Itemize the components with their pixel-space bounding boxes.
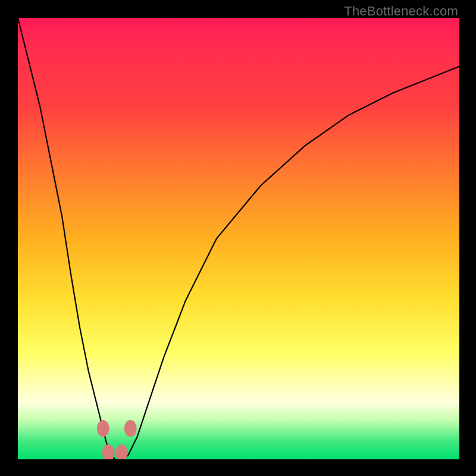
marker-dot [102,444,115,459]
bottleneck-curve [18,18,459,459]
chart-container: TheBottleneck.com [0,0,476,476]
watermark-text: TheBottleneck.com [0,4,458,19]
marker-dot [97,420,109,437]
marker-dot [115,444,128,459]
marker-group [97,420,137,459]
plot-area [18,18,459,459]
chart-svg [18,18,459,459]
marker-dot [124,420,137,437]
